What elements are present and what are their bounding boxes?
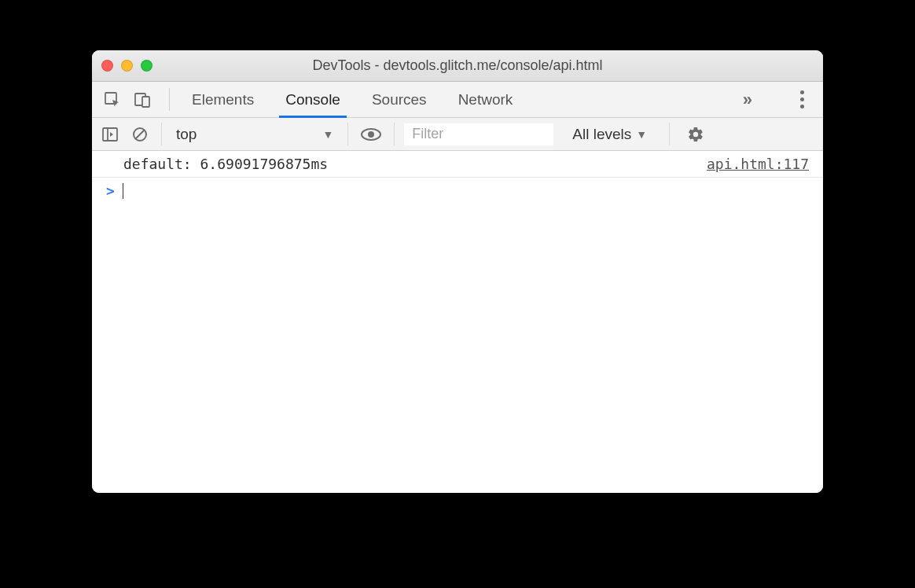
tabstrip-right: » [726,82,823,117]
device-toolbar-icon[interactable] [130,87,155,112]
devtools-tabstrip: Elements Console Sources Network » [92,82,823,118]
toggle-sidebar-icon[interactable] [98,123,122,146]
tab-sources[interactable]: Sources [356,82,443,117]
more-tabs-icon[interactable]: » [733,90,773,110]
console-settings-icon[interactable] [679,126,712,143]
minimize-window-button[interactable] [121,60,133,72]
divider [394,123,395,145]
svg-point-8 [368,131,374,138]
chevron-down-icon: ▼ [322,128,333,141]
divider [669,123,670,145]
window-title: DevTools - devtools.glitch.me/console/ap… [92,57,823,74]
console-log-row: default: 6.69091796875ms api.html:117 [92,151,823,178]
divider [169,88,170,111]
close-window-button[interactable] [101,60,113,72]
prompt-caret-icon: > [106,182,115,199]
svg-rect-2 [142,97,149,107]
tab-label: Network [458,91,513,108]
window-titlebar: DevTools - devtools.glitch.me/console/ap… [92,50,823,82]
tab-elements[interactable]: Elements [176,82,270,117]
context-label: top [176,126,197,143]
execution-context-selector[interactable]: top ▼ [171,126,338,143]
tabstrip-left-icons [92,82,163,117]
tab-label: Sources [372,91,427,108]
divider [347,123,348,145]
chevron-down-icon: ▼ [636,128,647,141]
panel-tabs: Elements Console Sources Network [176,82,528,117]
clear-console-icon[interactable] [128,123,152,146]
log-message: default: 6.69091796875ms [123,156,328,172]
inspect-element-icon[interactable] [100,87,125,112]
tab-network[interactable]: Network [443,82,529,117]
devtools-window: DevTools - devtools.glitch.me/console/ap… [92,50,823,493]
console-toolbar: top ▼ All levels ▼ [92,118,823,151]
tab-label: Console [285,91,340,108]
svg-line-6 [135,130,144,138]
console-prompt[interactable]: > [92,178,823,204]
levels-label: All levels [572,126,631,143]
traffic-lights [101,60,152,72]
log-source-link[interactable]: api.html:117 [707,156,809,172]
log-level-selector[interactable]: All levels ▼ [560,126,660,143]
tab-label: Elements [192,91,254,108]
zoom-window-button[interactable] [141,60,152,72]
filter-input[interactable] [404,123,553,145]
tab-console[interactable]: Console [270,82,356,117]
text-cursor [123,183,124,199]
divider [161,123,162,145]
live-expression-icon[interactable] [358,123,384,145]
settings-menu-icon[interactable] [789,90,815,108]
console-output: default: 6.69091796875ms api.html:117 > [92,151,823,493]
